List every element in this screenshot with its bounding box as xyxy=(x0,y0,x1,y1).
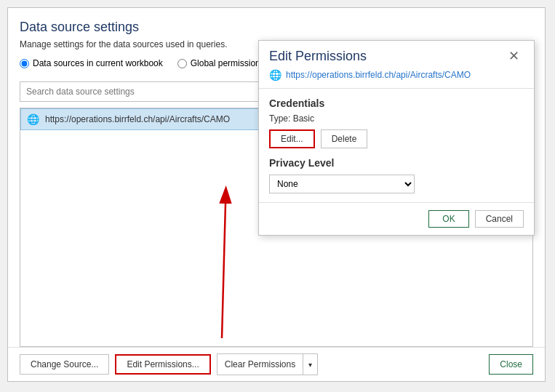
privacy-section: Privacy Level None Public Organizational… xyxy=(259,157,534,203)
edit-globe-icon: 🌐 xyxy=(269,69,282,81)
edit-credentials-button[interactable]: Edit... xyxy=(269,129,315,148)
credentials-buttons: Edit... Delete xyxy=(269,129,524,148)
privacy-select-container[interactable]: None Public Organizational Private xyxy=(269,175,415,193)
radio-current[interactable]: Data sources in current workbook xyxy=(20,58,163,68)
edit-dialog-close-button[interactable]: ✕ xyxy=(504,48,524,65)
bottom-bar-right: Close xyxy=(489,354,533,375)
close-button[interactable]: Close xyxy=(489,354,533,375)
edit-permissions-dialog: Edit Permissions ✕ 🌐 https://operations.… xyxy=(258,40,535,236)
credentials-title: Credentials xyxy=(269,97,524,109)
main-title: Data source settings xyxy=(20,20,533,35)
clear-permissions-dropdown-arrow[interactable]: ▾ xyxy=(303,354,317,375)
globe-icon: 🌐 xyxy=(27,113,39,125)
ok-button[interactable]: OK xyxy=(428,210,468,228)
credentials-section: Credentials Type: Basic Edit... Delete xyxy=(259,89,534,157)
edit-dialog-title: Edit Permissions xyxy=(269,49,367,64)
datasource-url: https://operations.birrfeld.ch/api/Aircr… xyxy=(45,114,230,124)
clear-permissions-label: Clear Permissions xyxy=(217,354,303,375)
change-source-button[interactable]: Change Source... xyxy=(20,354,109,375)
radio-current-label: Data sources in current workbook xyxy=(33,58,163,68)
close-x-icon: ✕ xyxy=(508,49,519,63)
radio-global[interactable]: Global permissions xyxy=(177,58,265,68)
delete-credentials-button[interactable]: Delete xyxy=(321,129,368,148)
cancel-button[interactable]: Cancel xyxy=(475,210,524,228)
clear-permissions-button[interactable]: Clear Permissions ▾ xyxy=(217,353,318,375)
edit-dialog-header: Edit Permissions ✕ xyxy=(259,41,534,65)
edit-permissions-button[interactable]: Edit Permissions... xyxy=(115,354,210,375)
radio-global-label: Global permissions xyxy=(191,58,265,68)
privacy-title: Privacy Level xyxy=(269,157,524,169)
edit-dialog-url-text: https://operations.birrfeld.ch/api/Aircr… xyxy=(286,70,471,80)
edit-dialog-url: 🌐 https://operations.birrfeld.ch/api/Air… xyxy=(259,65,534,89)
privacy-select[interactable]: None Public Organizational Private xyxy=(270,175,414,193)
bottom-bar: Change Source... Edit Permissions... Cle… xyxy=(8,347,545,381)
credentials-type: Type: Basic xyxy=(269,113,524,124)
edit-dialog-footer: OK Cancel xyxy=(259,203,534,235)
